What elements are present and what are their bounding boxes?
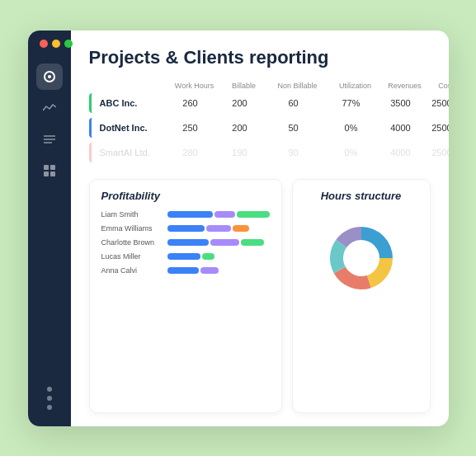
- profit-row: Lucas Miller: [101, 252, 270, 261]
- svg-rect-6: [50, 165, 55, 170]
- close-button[interactable]: [40, 40, 48, 48]
- cell-abc-cost: 2500: [422, 98, 449, 108]
- cell-smartai-revenues: 4000: [380, 148, 422, 157]
- header-nonbillable: Non Billable: [269, 82, 327, 90]
- cell-smartai-nonbillable: 90: [265, 148, 323, 157]
- cell-dotnet-utilization: 0%: [323, 123, 380, 133]
- profit-bars: [167, 211, 270, 218]
- header-billable: Billable: [219, 82, 269, 90]
- profit-bars: [167, 225, 270, 232]
- table-header: Work Hours Billable Non Billable Utiliza…: [89, 82, 431, 93]
- row-name-abc: ABC Inc.: [92, 98, 166, 108]
- sidebar-dot-3: [47, 405, 52, 410]
- table-row[interactable]: ABC Inc. 260 200 60 77% 3500 2500 1000: [89, 93, 431, 113]
- profit-row: Anna Calvi: [101, 266, 270, 275]
- profit-row: Charlotte Brown: [101, 238, 270, 247]
- profit-bar: [167, 267, 199, 274]
- svg-rect-5: [44, 165, 49, 170]
- table-section: Work Hours Billable Non Billable Utiliza…: [89, 82, 431, 167]
- table-row[interactable]: SmartAI Ltd. 280 190 90 0% 4000 2500 150…: [89, 143, 431, 162]
- sidebar: [28, 31, 71, 426]
- profit-bar: [202, 253, 214, 260]
- sidebar-dots: [47, 387, 52, 410]
- profit-row-name: Liam Smith: [101, 210, 161, 219]
- cell-dotnet-workhours: 250: [166, 123, 215, 133]
- profit-rows: Liam SmithEmma WilliamsCharlotte BrownLu…: [101, 210, 270, 275]
- row-name-dotnet: DotNet Inc.: [92, 123, 166, 133]
- cell-abc-revenues: 3500: [380, 98, 422, 108]
- sidebar-item-dashboard[interactable]: [36, 63, 63, 90]
- cell-abc-billable: 200: [215, 98, 265, 108]
- sidebar-item-analytics[interactable]: [36, 95, 63, 121]
- profit-bar: [167, 239, 209, 246]
- cell-smartai-cost: 2500: [422, 148, 449, 157]
- table-row[interactable]: DotNet Inc. 250 200 50 0% 4000 2500 1500: [89, 118, 431, 138]
- bottom-section: Profitability Liam SmithEmma WilliamsCha…: [89, 179, 431, 413]
- profit-bar: [241, 239, 264, 246]
- profit-row-name: Lucas Miller: [101, 252, 161, 261]
- maximize-button[interactable]: [64, 40, 73, 48]
- header-utilization: Utilization: [327, 82, 384, 90]
- sidebar-item-grid[interactable]: [36, 157, 63, 184]
- profit-bar: [233, 225, 249, 232]
- donut-chart: [320, 217, 403, 299]
- hours-structure-card: Hours structure: [292, 179, 431, 413]
- header-cost: Cost: [426, 82, 449, 90]
- donut-hole: [345, 242, 378, 275]
- cell-abc-nonbillable: 60: [265, 98, 323, 108]
- profit-bar: [206, 225, 231, 232]
- page-title: Projects & Clients reporting: [89, 47, 431, 68]
- main-content: Projects & Clients reporting Work Hours …: [71, 31, 449, 426]
- row-name-smartai: SmartAI Ltd.: [92, 148, 166, 157]
- cell-abc-utilization: 77%: [323, 98, 380, 108]
- profit-bar: [200, 267, 219, 274]
- sidebar-item-list[interactable]: [36, 126, 63, 153]
- cell-smartai-workhours: 280: [166, 148, 215, 157]
- sidebar-dot-2: [47, 396, 52, 401]
- cell-smartai-utilization: 0%: [323, 148, 380, 157]
- app-window: Projects & Clients reporting Work Hours …: [28, 31, 449, 426]
- cell-abc-workhours: 260: [166, 98, 215, 108]
- profit-row: Emma Williams: [101, 224, 270, 233]
- svg-rect-7: [44, 172, 49, 176]
- sidebar-dot-1: [47, 387, 52, 392]
- profit-row: Liam Smith: [101, 210, 270, 219]
- hours-structure-title: Hours structure: [321, 190, 402, 202]
- header-revenues: Revenues: [384, 82, 426, 90]
- profit-bars: [167, 239, 270, 246]
- profitability-title: Profitability: [101, 190, 270, 202]
- profit-row-name: Anna Calvi: [101, 266, 161, 275]
- profitability-card: Profitability Liam SmithEmma WilliamsCha…: [89, 179, 282, 413]
- profit-bar: [167, 225, 205, 232]
- profit-bar: [210, 239, 239, 246]
- header-name: [96, 82, 170, 90]
- minimize-button[interactable]: [52, 40, 60, 48]
- cell-dotnet-nonbillable: 50: [265, 123, 323, 133]
- cell-dotnet-billable: 200: [215, 123, 265, 133]
- cell-smartai-billable: 190: [215, 148, 265, 157]
- svg-point-1: [48, 75, 51, 78]
- header-workhours: Work Hours: [170, 82, 219, 90]
- profit-bar: [237, 211, 270, 218]
- profit-bar: [167, 211, 213, 218]
- profit-row-name: Emma Williams: [101, 224, 161, 233]
- svg-rect-8: [50, 172, 55, 176]
- cell-dotnet-revenues: 4000: [380, 123, 422, 133]
- donut-svg: [320, 217, 403, 299]
- profit-bar: [167, 253, 200, 260]
- profit-bar: [214, 211, 235, 218]
- cell-dotnet-cost: 2500: [422, 123, 449, 133]
- profit-bars: [167, 267, 270, 274]
- profit-row-name: Charlotte Brown: [101, 238, 161, 247]
- profit-bars: [167, 253, 270, 260]
